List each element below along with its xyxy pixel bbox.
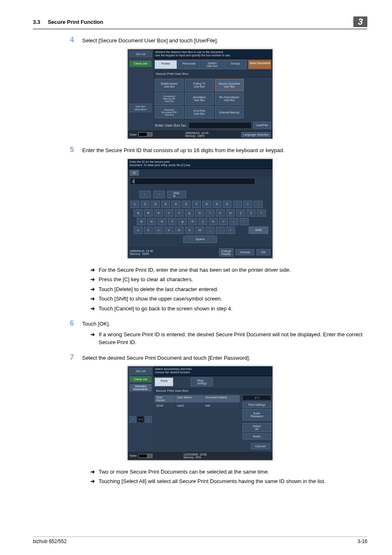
key-/[interactable]: / (226, 227, 235, 234)
tab-system[interactable]: System User Box (201, 60, 224, 69)
key-u[interactable]: u (195, 209, 204, 217)
key-x[interactable]: x (144, 227, 153, 234)
key-y[interactable]: y (185, 209, 194, 217)
key-l[interactable]: l (219, 218, 228, 225)
key-o[interactable]: o (216, 209, 225, 217)
key-m[interactable]: m (195, 227, 204, 234)
key-e[interactable]: e (154, 209, 163, 217)
key-9[interactable]: 9 (212, 201, 221, 208)
key-f[interactable]: f (168, 218, 177, 225)
key-3[interactable]: 3 (151, 201, 160, 208)
key-z[interactable]: z (134, 227, 143, 234)
space-key[interactable]: Space (183, 236, 217, 243)
key-2[interactable]: 2 (141, 201, 150, 208)
bulletin-board-box[interactable]: Bulletin Board User Box (155, 79, 184, 91)
key-s[interactable]: s (147, 218, 156, 225)
enter-box-no-label: Enter User Box No. (155, 123, 187, 127)
key-q[interactable]: q (134, 209, 143, 217)
retransmission-box[interactable]: Re-Transmission User Box (215, 92, 244, 105)
col-docname[interactable]: Document Name (204, 395, 240, 402)
key-;[interactable]: ; (229, 218, 238, 225)
key-r[interactable]: r (164, 209, 173, 217)
key-`[interactable]: ` (254, 201, 263, 208)
id-input[interactable]: 1 (130, 178, 255, 185)
step-4-text: Select [Secure Document User Box] and to… (82, 37, 367, 45)
key-v[interactable]: v (164, 227, 173, 234)
key-][interactable]: ] (247, 209, 256, 217)
print-tab[interactable]: Print (154, 377, 173, 386)
password-pdf-box[interactable]: Password Encrypted PDF User Box (155, 106, 184, 118)
key-k[interactable]: k (209, 218, 218, 225)
key-d[interactable]: d (157, 218, 166, 225)
key-t[interactable]: t (175, 209, 184, 217)
document-row[interactable]: 10:42 user1 test (154, 402, 240, 409)
tab-public[interactable]: Public (154, 60, 177, 69)
tip-bar: ➔Select the desired User Box to use or f… (153, 49, 272, 59)
reset-button[interactable]: Reset (242, 433, 271, 439)
job-list-button[interactable]: Job List (129, 51, 152, 58)
filing-settings-tab[interactable]: Filing Settings (191, 377, 213, 386)
key-=[interactable]: = (243, 201, 252, 208)
box-number-field[interactable] (189, 122, 251, 129)
key-n[interactable]: n (185, 227, 194, 234)
print-settings-button[interactable]: Print Settings (242, 402, 271, 408)
tab-group[interactable]: Group (224, 60, 247, 69)
key-6[interactable]: 6 (182, 201, 191, 208)
key-c[interactable]: c (154, 227, 163, 234)
col-user[interactable]: User Name (175, 395, 204, 402)
key-5[interactable]: 5 (171, 201, 180, 208)
key-g[interactable]: g (178, 218, 187, 225)
key-h[interactable]: h (188, 218, 197, 225)
arrow-right-button[interactable]: → (153, 191, 165, 198)
page-down-button[interactable]: ↓ (145, 416, 152, 423)
key-0[interactable]: 0 (223, 201, 232, 208)
col-time[interactable]: Time Stored (154, 395, 175, 402)
delete-button[interactable]: Dele- te (167, 191, 186, 198)
key-\[interactable]: \ (257, 209, 266, 217)
key-'[interactable]: ' (240, 218, 249, 225)
save-document-button[interactable]: Save Document (248, 60, 271, 69)
page-indicator-side: 1/ 1 (137, 416, 144, 423)
polling-tx-box[interactable]: Polling TX User Box (185, 79, 214, 91)
enlarge-display-button[interactable]: Enlarge Display (219, 248, 233, 257)
id-print-box[interactable]: ID & Print User Box (185, 106, 214, 118)
key-[[interactable]: [ (236, 209, 245, 217)
language-selection-button[interactable]: Language Selection (241, 132, 271, 137)
key-i[interactable]: i (205, 209, 214, 217)
step-6-bullets: ➔If a wrong Secure Print ID is entered, … (90, 331, 367, 347)
shift-key[interactable]: Shift (249, 227, 268, 234)
secure-document-box[interactable]: Secure Document User Box (215, 79, 244, 91)
external-memory-box[interactable]: External Memory (215, 106, 244, 118)
use-file-button[interactable]: Use/File (253, 122, 271, 129)
check-job-button[interactable]: Check Job (129, 60, 152, 67)
key-w[interactable]: w (144, 209, 153, 217)
step-4-number: 4 (70, 36, 82, 44)
job-list-button-3[interactable]: Job List (129, 368, 152, 375)
cancel-button-3[interactable]: Cancel (251, 443, 270, 449)
key-8[interactable]: 8 (202, 201, 211, 208)
arrow-left-button[interactable]: ← (139, 191, 151, 198)
key-4[interactable]: 4 (161, 201, 170, 208)
key-.[interactable]: . (216, 227, 225, 234)
page-up-button[interactable]: ↑ (129, 416, 136, 423)
tab-personal[interactable]: Personal (178, 60, 201, 69)
key-j[interactable]: j (198, 218, 208, 225)
user-box-info-button[interactable]: User Box Information (129, 104, 152, 112)
cancel-button[interactable]: Cancel (235, 249, 255, 255)
key-7[interactable]: 7 (192, 201, 201, 208)
key-1[interactable]: 1 (130, 201, 139, 208)
section-title: Secure Print Function (48, 19, 103, 25)
select-all-button[interactable]: Select All (242, 423, 271, 432)
annotation-box[interactable]: Annotation User Box (185, 92, 214, 105)
ok-button[interactable]: OK (256, 249, 270, 255)
step-7-number: 7 (70, 353, 82, 362)
enter-password-button[interactable]: Enter Password (242, 409, 271, 421)
key-p[interactable]: p (226, 209, 235, 217)
compulsory-memory-box[interactable]: Compulsory Memory RX User Box (155, 92, 184, 105)
key-,[interactable]: , (205, 227, 214, 234)
key--[interactable]: - (233, 201, 242, 208)
check-job-button-3[interactable]: Check Job (129, 376, 152, 383)
key-b[interactable]: b (175, 227, 184, 234)
id-label: ID (130, 170, 139, 176)
key-a[interactable]: a (137, 218, 146, 225)
